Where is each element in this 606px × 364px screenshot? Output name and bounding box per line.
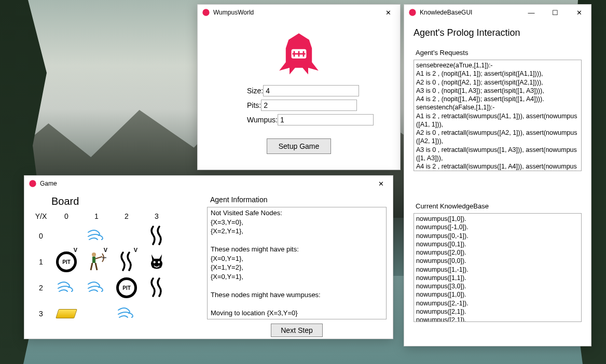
setup-game-button[interactable]: Setup Game — [267, 138, 332, 154]
svg-point-3 — [29, 180, 36, 187]
board-cell-1-0: VPIT — [53, 250, 79, 274]
board-cell-1-2: V — [114, 250, 140, 274]
svg-point-2 — [409, 9, 416, 16]
size-label: Size: — [247, 87, 263, 95]
svg-point-4 — [92, 253, 96, 257]
board-cell-0-0 — [53, 224, 79, 248]
board-cell-3-3 — [144, 302, 170, 326]
current-kb-textarea[interactable]: nowumpus([1,0]). nowumpus([-1,0]). nowum… — [414, 213, 582, 322]
agent-info-heading: Agent Information — [210, 195, 387, 204]
wumpusworld-title: WumpusWorld — [213, 9, 254, 16]
breeze-icon — [87, 281, 106, 295]
game-window: Game ✕ Board Y/X012301VPITVV2PIT3 Agent … — [24, 175, 393, 339]
pits-input[interactable] — [261, 100, 357, 111]
board-cell-0-3 — [144, 224, 170, 248]
game-titlebar[interactable]: Game ✕ — [24, 176, 393, 191]
board-grid: Y/X012301VPITVV2PIT3 — [31, 209, 202, 327]
gold-icon — [56, 309, 77, 318]
wumpus-label: Wumpus: — [247, 116, 278, 124]
wumpus-app-icon — [202, 8, 210, 17]
close-icon[interactable]: ✕ — [567, 5, 591, 20]
game-title: Game — [40, 180, 57, 187]
wumpusworld-window: WumpusWorld ✕ Size: Pits: Wumpus: Setup … — [197, 4, 401, 170]
board-cell-0-2 — [114, 224, 140, 248]
knowledgebase-titlebar[interactable]: KnowledeBaseGUI — ☐ ✕ — [404, 5, 591, 20]
board-cell-0-1 — [84, 224, 109, 248]
breeze-icon — [57, 281, 76, 295]
col-header: 1 — [94, 212, 99, 220]
svg-point-7 — [158, 261, 160, 263]
current-kb-label: Current KnowledgeBase — [416, 202, 582, 210]
breeze-icon — [117, 307, 136, 321]
row-header: 1 — [39, 258, 43, 266]
agent-icon — [87, 250, 106, 274]
visited-mark: V — [74, 247, 77, 253]
wumpus-app-icon — [29, 179, 37, 188]
stench-icon — [149, 277, 164, 299]
close-icon[interactable]: ✕ — [376, 5, 400, 20]
board-cell-3-0 — [53, 302, 79, 326]
breeze-icon — [87, 229, 106, 243]
pit-icon: PIT — [116, 277, 137, 298]
visited-mark: V — [104, 247, 107, 253]
col-header: 2 — [125, 212, 129, 220]
col-header: 0 — [64, 212, 68, 220]
svg-point-6 — [154, 261, 156, 263]
next-step-button[interactable]: Next Step — [271, 324, 322, 337]
svg-rect-5 — [92, 257, 95, 263]
board-cell-1-3 — [144, 250, 170, 274]
wumpus-app-icon — [408, 8, 417, 17]
pit-icon: PIT — [56, 251, 77, 272]
svg-point-0 — [202, 9, 209, 16]
stench-icon — [149, 226, 164, 247]
board-cell-2-0 — [53, 276, 79, 300]
wumpus-input[interactable] — [278, 114, 374, 125]
board-cell-1-1: V — [84, 250, 109, 274]
agents-requests-textarea[interactable]: sensebreeze(aTrue,[1,1]):- A1 is 2 , (no… — [414, 60, 582, 171]
col-header: 3 — [155, 212, 159, 220]
pits-label: Pits: — [247, 101, 261, 109]
board-cell-2-3 — [144, 276, 170, 300]
knowledgebase-title: KnowledeBaseGUI — [420, 9, 472, 16]
minimize-icon[interactable]: — — [519, 5, 543, 20]
close-icon[interactable]: ✕ — [369, 176, 393, 191]
board-heading: Board — [51, 195, 202, 207]
maximize-icon[interactable]: ☐ — [543, 5, 567, 20]
size-input[interactable] — [263, 85, 359, 96]
row-header: 0 — [39, 232, 43, 240]
board-cell-3-1 — [84, 302, 109, 326]
knowledgebase-window: KnowledeBaseGUI — ☐ ✕ Agent's Prolog Int… — [404, 4, 591, 346]
agents-requests-label: Agent's Requests — [416, 49, 582, 57]
axis-label: Y/X — [35, 212, 47, 220]
wumpusworld-titlebar[interactable]: WumpusWorld ✕ — [198, 5, 400, 20]
agent-info-textarea[interactable]: Not Visited Safe Nodes: {X=3,Y=0}, {X=2,… — [207, 207, 387, 319]
visited-mark: V — [134, 247, 137, 253]
row-header: 2 — [39, 284, 43, 292]
stench-icon — [119, 251, 134, 273]
prolog-heading: Agent's Prolog Interaction — [414, 27, 582, 38]
wumpus-icon — [148, 253, 166, 272]
row-header: 3 — [39, 310, 43, 318]
board-cell-2-1 — [84, 276, 109, 300]
board-cell-3-2 — [114, 302, 140, 326]
wumpus-monster-image — [276, 30, 322, 76]
board-cell-2-2: PIT — [114, 276, 140, 300]
